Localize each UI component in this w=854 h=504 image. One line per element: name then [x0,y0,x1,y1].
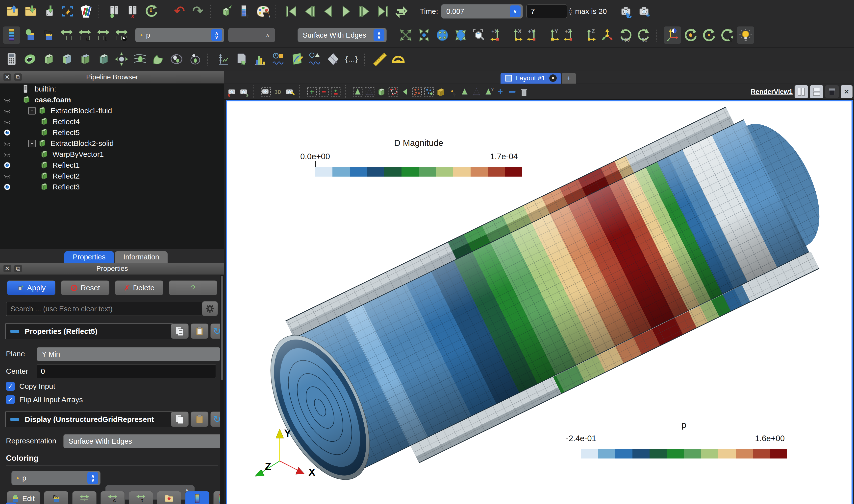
collapse-dash-icon[interactable] [11,418,19,421]
select-frustum-icon[interactable]: + [330,86,341,97]
pipeline-item-reflect3[interactable]: Reflect3 [0,181,224,193]
select-points-rect-icon[interactable] [318,86,330,97]
visibility-off-eye-icon[interactable] [0,150,14,159]
contour-filter-icon[interactable] [21,51,39,68]
select-cells-polygon-icon[interactable] [352,86,363,97]
close-panel-icon[interactable]: ✕ [3,265,11,272]
orientation-axes-toggle-icon[interactable] [664,26,681,44]
clip-filter-icon[interactable] [40,51,57,68]
play-forward-icon[interactable] [338,3,355,20]
play-backward-icon[interactable] [319,3,337,20]
representation-combo-panel[interactable]: Surface With Edges [63,434,222,448]
close-panel-icon[interactable]: ✕ [3,73,11,81]
rescale-custom-range-button[interactable]: c [101,491,125,504]
undock-panel-icon[interactable]: ⧉ [14,73,22,81]
tab-properties[interactable]: Properties [64,251,114,263]
light-kit-toggle-icon[interactable] [737,26,754,44]
color-array-combo[interactable]: • p ∧∨ [135,28,224,42]
render-canvas[interactable]: D Magnitude 0.0e+00 1.7e-04 p -2.4e-01 1… [226,100,853,504]
time-combo-chevron-icon[interactable]: ∨ [510,5,521,17]
pipeline-item-builtin[interactable]: builtin: [0,84,224,94]
rescale-data-range-icon[interactable] [58,26,75,44]
pipeline-item-reflect2[interactable]: Reflect2 [0,170,224,181]
frame-stepper[interactable]: ∧∨ [569,8,572,15]
paraview-logo-icon-icon[interactable] [77,3,94,20]
loop-icon[interactable] [393,3,410,20]
visibility-off-eye-icon[interactable] [0,96,14,104]
interactive-select-cells-icon[interactable] [412,86,423,97]
visibility-off-eye-icon[interactable] [0,107,14,115]
camera-undo-icon[interactable] [226,86,238,97]
programmable-filter-icon[interactable]: {…} [343,51,360,68]
combo-chevrons-icon[interactable]: ∧ [262,29,273,41]
collapse-dash-icon[interactable] [11,330,19,333]
disconnect-server-icon[interactable]: x [124,3,141,20]
pipeline-item-extractblock1-fluid[interactable]: −ExtractBlock1-fluid [0,105,224,116]
adjust-camera-icon[interactable] [617,3,634,20]
grow-selection-query-icon[interactable]: ? [483,86,494,97]
rescale-custom-range-icon[interactable]: c [76,26,93,44]
flip-arrays-row[interactable]: ✓ Flip All Input Arrays [6,395,83,404]
redo-icon[interactable]: ↷ [189,3,206,20]
rotation-center-show-icon[interactable] [682,26,699,44]
render-view-name[interactable]: RenderView1 [751,88,792,96]
slice-filter-icon[interactable] [58,51,75,68]
maximize-view-button[interactable] [825,85,839,98]
warp-by-vector-filter-icon[interactable] [150,51,167,68]
visibility-on-eye-icon[interactable] [0,128,14,137]
color-palette-icon[interactable]: ∨ [254,3,272,20]
select-cells-lasso-icon[interactable] [388,86,399,97]
copy-properties-button[interactable] [171,323,189,339]
undock-panel-icon[interactable]: ⧉ [14,265,22,272]
calculator-filter-icon[interactable] [3,51,20,68]
hover-points-query-icon[interactable] [471,86,482,97]
rotate-90-counterclockwise-button[interactable]: -90 [635,26,652,44]
display-section-header[interactable]: Display (UnstructuredGridRepresent [5,412,174,427]
select-cells-rect-icon[interactable]: + [306,86,318,97]
frame-index-field[interactable]: 7 [526,4,568,18]
help-button[interactable]: ? [169,281,217,295]
zoom-closest-to-data-icon[interactable] [452,26,469,44]
previous-frame-icon[interactable] [301,3,318,20]
pipeline-item-reflect5[interactable]: Reflect5 [0,127,224,138]
add-selection-icon[interactable]: + [494,86,506,97]
rescale-visible-range-icon[interactable] [113,26,130,44]
pipeline-item-extractblock2-solid[interactable]: −ExtractBlock2-solid [0,138,224,149]
search-input[interactable] [6,302,206,316]
rescale-temporal-range-icon[interactable]: t [94,26,112,44]
reset-camera-icon[interactable] [397,26,414,44]
camera-redo-icon[interactable] [238,86,250,97]
subtract-selection-icon[interactable] [506,86,518,97]
separate-color-map-icon[interactable] [40,26,57,44]
hover-cells-icon[interactable] [459,86,470,97]
vertical-scrollbar[interactable] [220,275,224,504]
pipeline-item-warpbyvector1[interactable]: WarpByVector1 [0,149,224,160]
show-color-legend-toggle[interactable] [185,491,209,504]
save-data-icon[interactable] [22,3,40,20]
auto-apply-icon[interactable] [217,3,235,20]
paste-display-button[interactable] [191,412,208,427]
view-minus-Z-button[interactable]: -Z [580,26,597,44]
time-value-combo[interactable]: 0.007 ∨ [441,4,523,19]
connect-server-icon[interactable] [106,3,123,20]
reset-session-icon[interactable] [142,3,160,20]
combo-chevrons-icon[interactable]: ∧∨ [373,29,384,41]
stream-tracer-filter-icon[interactable] [131,51,149,68]
rotation-center-reset-icon[interactable] [719,26,736,44]
view-minus-X-button[interactable]: -X [507,26,524,44]
last-frame-icon[interactable] [374,3,391,20]
properties-section-header[interactable]: Properties (Reflect5) [5,323,174,339]
paste-properties-button[interactable] [191,323,208,339]
combo-chevrons-icon[interactable]: ∧∨ [211,29,222,41]
choose-preset-button[interactable] [157,491,181,504]
rotation-center-pick-icon[interactable] [700,26,718,44]
branch-expander-icon[interactable]: − [28,140,36,147]
next-frame-icon[interactable] [356,3,373,20]
first-frame-icon[interactable] [283,3,300,20]
toggle-3d-icon[interactable]: 3D [272,86,284,97]
probe-filter-icon[interactable] [168,51,185,68]
open-file-icon[interactable] [4,3,21,20]
plot-selection-over-time-filter-icon[interactable] [306,51,324,68]
hover-point-icon[interactable] [447,86,458,97]
select-block-icon[interactable] [376,86,387,97]
